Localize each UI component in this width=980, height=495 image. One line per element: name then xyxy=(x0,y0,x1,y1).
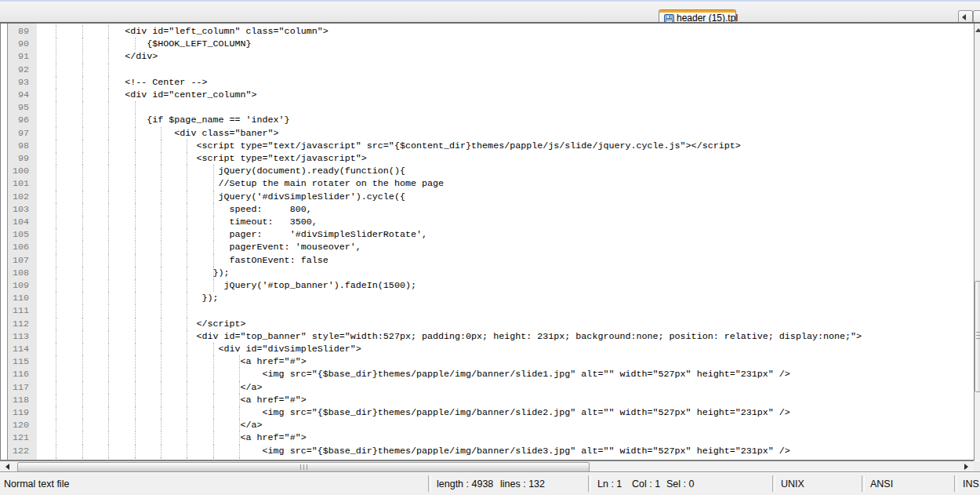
right-arrow-icon xyxy=(964,464,968,470)
code-line[interactable]: pagerEvent: 'mouseover', xyxy=(37,241,361,254)
code-line[interactable]: <div id="divSimpleSlider"> xyxy=(37,343,361,356)
code-line[interactable]: </a> xyxy=(37,419,263,432)
line-number[interactable]: 90 xyxy=(8,38,29,51)
line-number[interactable]: 108 xyxy=(8,267,29,280)
line-number[interactable]: 97 xyxy=(8,127,29,140)
code-line[interactable]: }); xyxy=(37,267,229,280)
code-line[interactable]: </script> xyxy=(37,318,246,331)
code-line[interactable]: {if $page_name == 'index'} xyxy=(37,114,290,127)
line-number[interactable]: 105 xyxy=(8,228,29,242)
vertical-scrollbar[interactable] xyxy=(974,24,980,460)
line-number[interactable]: 120 xyxy=(8,419,29,432)
indent-guide xyxy=(56,64,56,76)
horizontal-scrollbar[interactable] xyxy=(0,461,974,471)
thumb-grip xyxy=(300,464,301,470)
line-number[interactable]: 122 xyxy=(8,445,29,458)
line-number[interactable]: 112 xyxy=(8,318,29,331)
line-number[interactable]: 114 xyxy=(8,343,29,356)
line-number[interactable]: 117 xyxy=(8,381,29,395)
indent-guide xyxy=(82,304,83,317)
status-doc-type: Normal text file xyxy=(4,479,69,490)
code-line[interactable]: <script type="text/javascript"> xyxy=(37,152,367,166)
status-line-position: Ln : 1 xyxy=(597,479,622,490)
scroll-right-button[interactable] xyxy=(960,461,974,471)
scroll-up-arrow-icon[interactable] xyxy=(975,28,980,32)
code-line[interactable]: {$HOOK_LEFT_COLUMN} xyxy=(37,38,252,51)
code-line[interactable]: </a> xyxy=(37,381,263,395)
thumb-grip xyxy=(307,464,307,470)
status-divider xyxy=(428,475,431,492)
line-number[interactable]: 116 xyxy=(8,368,29,381)
notepad-plus-plus-window: header (15).tpl 89 <div id="left_column"… xyxy=(0,0,980,495)
code-line[interactable]: </div> xyxy=(37,50,158,64)
indent-guide xyxy=(56,304,56,317)
line-number[interactable]: 102 xyxy=(8,191,29,204)
code-line[interactable]: <a href="#"> xyxy=(37,431,307,445)
line-number[interactable]: 98 xyxy=(8,140,29,153)
line-number[interactable]: 96 xyxy=(8,114,29,127)
code-line[interactable]: <div class="baner"> xyxy=(37,127,279,140)
status-eol-format[interactable]: UNIX xyxy=(781,479,804,490)
line-number[interactable]: 99 xyxy=(8,152,29,166)
line-number[interactable]: 100 xyxy=(8,165,29,178)
indent-guide xyxy=(135,101,136,114)
indent-guide xyxy=(108,304,109,317)
indent-guide xyxy=(187,304,187,317)
code-line[interactable]: //Setup the main rotater on the home pag… xyxy=(37,177,444,191)
thumb-grip xyxy=(976,338,980,339)
line-number[interactable]: 121 xyxy=(8,431,29,445)
indent-guide xyxy=(135,304,136,317)
vertical-scrollbar-thumb[interactable] xyxy=(975,281,980,392)
code-line[interactable]: <img src="{$base_dir}themes/papple/img/b… xyxy=(37,406,790,420)
indent-guide xyxy=(82,64,83,76)
code-line[interactable]: timeout: 3500, xyxy=(37,216,318,229)
status-length: length : 4938 xyxy=(437,479,493,490)
line-number[interactable]: 95 xyxy=(8,101,29,115)
code-line[interactable]: <div id="top_banner" style="width:527px;… xyxy=(37,330,862,344)
line-number[interactable]: 119 xyxy=(8,406,29,420)
line-number[interactable]: 118 xyxy=(8,394,29,407)
status-encoding[interactable]: ANSI xyxy=(870,479,893,490)
line-number[interactable]: 92 xyxy=(8,64,29,77)
line-number[interactable]: 101 xyxy=(8,177,29,191)
code-line[interactable]: <img src="{$base_dir}themes/papple/img/b… xyxy=(37,368,790,381)
code-line[interactable]: <a href="#"> xyxy=(37,394,307,407)
line-number[interactable]: 110 xyxy=(8,292,29,305)
line-number[interactable]: 103 xyxy=(8,203,29,217)
line-number[interactable]: 93 xyxy=(8,76,29,89)
line-number[interactable]: 115 xyxy=(8,355,29,369)
line-number[interactable]: 113 xyxy=(8,330,29,344)
code-line[interactable]: <!-- Center --> xyxy=(37,76,207,89)
code-line[interactable]: jQuery('#divSimpleSlider').cycle({ xyxy=(37,191,405,204)
text-editor[interactable]: 89 <div id="left_column" class="column">… xyxy=(0,24,974,460)
code-line[interactable]: jQuery('#top_banner').fadeIn(1500); xyxy=(37,279,416,293)
code-line[interactable]: <img src="{$base_dir}themes/papple/img/b… xyxy=(37,445,790,458)
code-line[interactable]: <div id="center_column"> xyxy=(37,89,257,102)
code-line[interactable]: speed: 800, xyxy=(37,203,312,217)
indent-guide xyxy=(82,101,83,114)
scroll-left-button[interactable] xyxy=(2,461,16,471)
line-number[interactable]: 106 xyxy=(8,241,29,254)
indent-guide xyxy=(161,304,162,317)
line-number[interactable]: 107 xyxy=(8,254,29,268)
code-line[interactable]: <div id="left_column" class="column"> xyxy=(37,25,328,38)
status-insert-mode[interactable]: INS xyxy=(963,479,979,490)
code-line[interactable]: <script type="text/javascript" src="{$co… xyxy=(37,140,741,153)
thumb-grip xyxy=(976,332,980,333)
indent-guide xyxy=(108,64,109,76)
line-number[interactable]: 111 xyxy=(8,304,29,318)
line-number[interactable]: 109 xyxy=(8,279,29,293)
line-number[interactable]: 104 xyxy=(8,216,29,229)
window-left-edge xyxy=(0,24,1,460)
code-line[interactable]: <a href="#"> xyxy=(37,355,307,369)
status-divider xyxy=(588,475,591,492)
code-line[interactable]: }); xyxy=(37,292,218,305)
indent-guide xyxy=(56,101,56,114)
code-line[interactable]: jQuery(document).ready(function(){ xyxy=(37,165,405,178)
line-number[interactable]: 89 xyxy=(8,25,29,38)
tab-bar: header (15).tpl xyxy=(0,2,980,22)
code-line[interactable]: fastOnEvent: false xyxy=(37,254,328,268)
line-number[interactable]: 94 xyxy=(8,89,29,102)
line-number[interactable]: 91 xyxy=(8,50,29,64)
code-line[interactable]: pager: '#divSimpleSliderRotate', xyxy=(37,228,427,242)
